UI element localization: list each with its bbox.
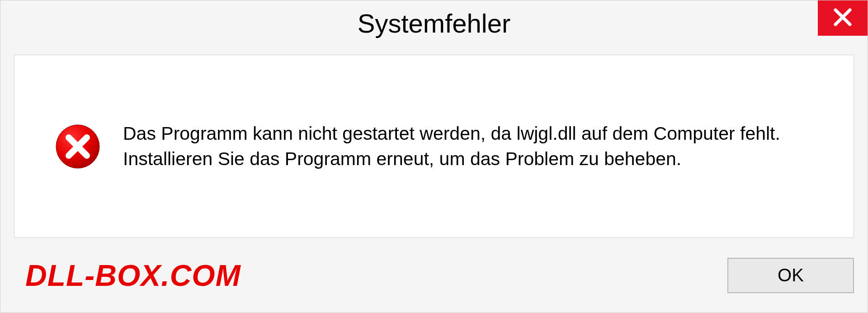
content-panel: Das Programm kann nicht gestartet werden… <box>14 55 854 238</box>
footer-bar: DLL-BOX.COM OK <box>0 238 868 313</box>
close-button[interactable] <box>818 0 868 36</box>
error-icon <box>55 124 100 169</box>
title-bar: Systemfehler <box>0 0 868 46</box>
error-message: Das Programm kann nicht gestartet werden… <box>123 121 817 171</box>
error-dialog: Systemfehler <box>0 0 868 313</box>
close-icon <box>833 7 853 29</box>
ok-button[interactable]: OK <box>727 258 854 293</box>
watermark-text: DLL-BOX.COM <box>25 258 241 293</box>
dialog-title: Systemfehler <box>358 8 510 38</box>
